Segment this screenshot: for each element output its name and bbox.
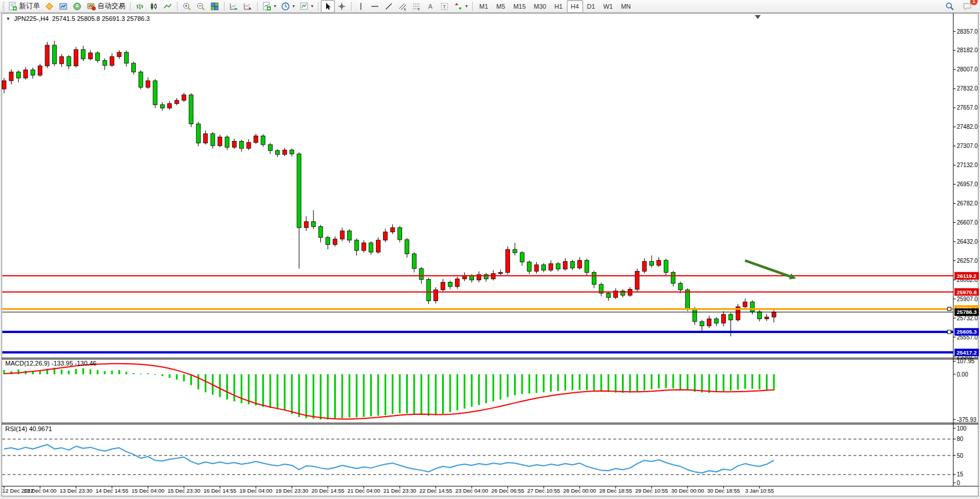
candle	[103, 60, 107, 65]
templates-button[interactable]: ▾	[297, 0, 316, 13]
candle	[534, 265, 538, 271]
candle	[211, 133, 215, 146]
time-tick-label: 15 Dec 04:00	[132, 487, 165, 494]
rsi-tick-label: 15	[957, 471, 964, 478]
timeframe-h4[interactable]: H4	[567, 0, 583, 13]
timeframe-h1[interactable]: H1	[550, 0, 566, 13]
candle	[606, 293, 610, 298]
time-tick-label: 19 Dec 23:30	[276, 487, 309, 494]
bar-chart-button[interactable]	[133, 0, 147, 13]
price-tick-label: 27132.0	[957, 162, 978, 168]
toolbar-separator	[224, 2, 225, 11]
price-tick-label: 27832.0	[957, 85, 978, 92]
time-tick-label: 13 Dec 04:00	[24, 487, 57, 494]
time-tick-label: 28 Dec 18:55	[599, 487, 632, 494]
candlestick-chart-icon	[149, 2, 158, 11]
time-tick-label: 15 Dec 23:30	[168, 487, 201, 494]
open-charts-button[interactable]	[56, 0, 70, 13]
mql-community-button[interactable]	[42, 0, 56, 13]
timeframe-m1[interactable]: M1	[475, 0, 492, 13]
auto-scroll-button[interactable]	[227, 0, 241, 13]
macd-tick-label: 107.95	[957, 358, 975, 364]
vertical-line-button[interactable]	[354, 0, 368, 13]
collapse-icon[interactable]: ▼	[6, 16, 10, 21]
time-tick-label: 29 Dec 10:55	[635, 487, 668, 494]
notifications-button[interactable]: 1	[960, 0, 974, 13]
search-icon	[945, 2, 954, 11]
equidistant-channel-button[interactable]: E	[396, 0, 410, 13]
zoom-in-button[interactable]	[180, 0, 194, 13]
autotrade-label: 自动交易	[97, 1, 125, 11]
rsi-tick-label: 80	[957, 436, 964, 442]
trendline-button[interactable]	[382, 0, 396, 13]
price-tick-label: 28007.0	[957, 66, 978, 73]
tile-windows-icon	[210, 2, 219, 11]
text-label-icon: T	[440, 2, 449, 11]
timeframe-d1[interactable]: D1	[583, 0, 599, 13]
candle	[110, 57, 114, 66]
candlestick-chart-button[interactable]	[147, 0, 161, 13]
time-tick-label: 30 Dec 18:55	[707, 487, 740, 494]
candle	[405, 240, 409, 254]
line-chart-button[interactable]	[161, 0, 175, 13]
crosshair-button[interactable]	[335, 0, 349, 13]
toolbar-right: 1	[943, 0, 979, 13]
candle	[67, 57, 71, 66]
toolbar-grip[interactable]	[2, 2, 5, 11]
candle	[714, 319, 718, 323]
chevron-down-icon: ▾	[292, 3, 295, 9]
candle	[189, 95, 193, 124]
fibo-retracement-button[interactable]: F	[410, 0, 424, 13]
candle	[542, 265, 546, 270]
rsi-indicator-label: RSI(14) 40.9671	[5, 425, 52, 432]
price-tick-label: 26257.0	[957, 258, 978, 264]
candle	[254, 136, 258, 142]
candle	[196, 124, 200, 143]
indicators-icon	[262, 2, 272, 11]
candle	[520, 253, 524, 262]
candle	[355, 240, 359, 251]
candle	[319, 226, 323, 237]
time-tick-label: 14 Dec 14:55	[96, 487, 129, 494]
candle	[362, 243, 366, 251]
chart-shift-button[interactable]	[241, 0, 255, 13]
mql-community-icon	[45, 2, 54, 11]
timeframe-m5[interactable]: M5	[492, 0, 509, 13]
timeframe-mn[interactable]: MN	[617, 0, 635, 13]
broadcast-button[interactable]	[70, 0, 84, 13]
timeframe-m30[interactable]: M30	[530, 0, 550, 13]
svg-text:T: T	[443, 3, 446, 9]
indicators-button[interactable]: ▾	[260, 0, 279, 13]
svg-text:F: F	[418, 8, 420, 11]
candle	[304, 222, 308, 227]
time-tick-label: 19 Dec 04:00	[240, 487, 273, 494]
cursor-button[interactable]	[321, 0, 335, 13]
candle	[448, 282, 452, 287]
tile-windows-button[interactable]	[208, 0, 222, 13]
candle	[556, 263, 560, 269]
timeframe-m15[interactable]: M15	[509, 0, 530, 13]
arrows-button[interactable]: ▾	[451, 0, 470, 13]
candle	[743, 302, 747, 306]
candle	[549, 263, 553, 270]
horizontal-line-button[interactable]	[368, 0, 382, 13]
periods-button[interactable]: ▾	[279, 0, 297, 13]
new-order-button[interactable]: 新订单	[6, 0, 42, 13]
candle	[376, 240, 380, 252]
timeframe-w1[interactable]: W1	[599, 0, 617, 13]
autotrade-button[interactable]: 自动交易	[84, 0, 128, 13]
toolbar-group-scroll	[227, 0, 255, 13]
candle	[283, 150, 287, 155]
zoom-out-button[interactable]	[194, 0, 208, 13]
search-button[interactable]	[943, 0, 957, 13]
text-label-button[interactable]: T	[437, 0, 451, 13]
cursor-icon	[323, 2, 332, 11]
candle	[420, 269, 424, 280]
rsi-tick-label: 50	[957, 453, 964, 459]
candle	[693, 309, 697, 322]
text-button[interactable]: A	[424, 0, 437, 13]
toolbar-group-indicators: ▾ ▾ ▾	[260, 0, 316, 13]
chart-canvas[interactable]: 28357.028182.028007.027832.027657.027482…	[0, 0, 980, 499]
candle	[153, 81, 157, 104]
toolbar-group-timeframes: M1 M5 M15 M30 H1 H4 D1 W1 MN	[475, 0, 635, 13]
